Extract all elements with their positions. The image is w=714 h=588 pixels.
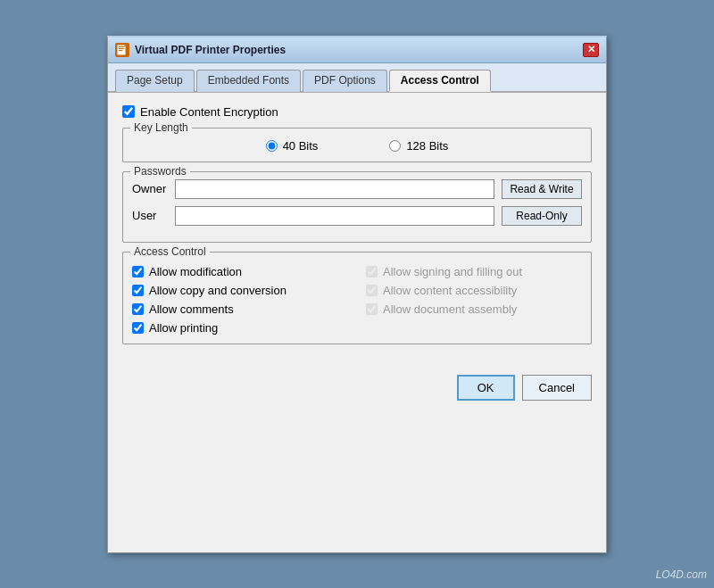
allow-signing-checkbox[interactable] bbox=[366, 266, 378, 277]
tab-pdf-options[interactable]: PDF Options bbox=[303, 70, 387, 92]
watermark: LO4D.com bbox=[656, 568, 707, 581]
allow-copy-checkbox[interactable] bbox=[132, 285, 144, 296]
ok-button[interactable]: OK bbox=[457, 375, 515, 401]
allow-accessibility-row: Allow content accessibility bbox=[366, 284, 582, 297]
allow-accessibility-checkbox[interactable] bbox=[366, 285, 378, 296]
radio-40bits: 40 Bits bbox=[266, 139, 319, 153]
tab-content: Enable Content Encryption Key Length 40 … bbox=[108, 93, 606, 366]
allow-signing-label: Allow signing and filling out bbox=[383, 265, 522, 278]
allow-signing-row: Allow signing and filling out bbox=[366, 265, 582, 278]
key-length-group: Key Length 40 Bits 128 Bits bbox=[122, 128, 592, 162]
allow-printing-row: Allow printing bbox=[132, 321, 348, 335]
close-button[interactable]: ✕ bbox=[583, 43, 599, 57]
dialog-title: Virtual PDF Printer Properties bbox=[135, 44, 286, 56]
svg-rect-3 bbox=[119, 50, 122, 51]
owner-label: Owner bbox=[132, 182, 168, 195]
read-write-button[interactable]: Read & Write bbox=[502, 179, 582, 199]
allow-printing-checkbox[interactable] bbox=[132, 322, 144, 334]
radio-40bits-input[interactable] bbox=[266, 140, 278, 152]
allow-modification-row: Allow modification bbox=[132, 265, 348, 278]
dialog-window: Virtual PDF Printer Properties ✕ Page Se… bbox=[107, 36, 607, 553]
allow-copy-label: Allow copy and conversion bbox=[149, 284, 286, 297]
allow-accessibility-label: Allow content accessibility bbox=[383, 284, 517, 297]
title-bar: Virtual PDF Printer Properties ✕ bbox=[108, 37, 606, 63]
passwords-group: Passwords Owner Read & Write User Read-O… bbox=[122, 171, 592, 243]
svg-rect-1 bbox=[119, 46, 124, 47]
owner-row: Owner Read & Write bbox=[132, 179, 582, 199]
radio-40bits-label: 40 Bits bbox=[283, 139, 319, 153]
radio-128bits: 128 Bits bbox=[389, 139, 448, 153]
allow-assembly-row: Allow document assembly bbox=[366, 302, 582, 316]
allow-modification-checkbox[interactable] bbox=[132, 266, 144, 277]
svg-rect-2 bbox=[119, 48, 124, 49]
allow-assembly-checkbox[interactable] bbox=[366, 303, 378, 315]
key-length-group-label: Key Length bbox=[130, 121, 192, 134]
radio-128bits-input[interactable] bbox=[389, 140, 401, 152]
encryption-row: Enable Content Encryption bbox=[122, 105, 592, 119]
allow-comments-checkbox[interactable] bbox=[132, 303, 144, 315]
read-only-button[interactable]: Read-Only bbox=[502, 206, 582, 226]
access-control-group-label: Access Control bbox=[130, 245, 210, 258]
access-options-grid: Allow modification Allow signing and fil… bbox=[132, 265, 582, 335]
passwords-group-label: Passwords bbox=[130, 165, 190, 178]
dialog-footer: OK Cancel bbox=[108, 366, 606, 413]
allow-assembly-label: Allow document assembly bbox=[383, 302, 517, 316]
enable-encryption-checkbox[interactable] bbox=[122, 105, 135, 118]
tab-access-control[interactable]: Access Control bbox=[389, 70, 491, 92]
user-input[interactable] bbox=[175, 206, 494, 226]
key-length-options: 40 Bits 128 Bits bbox=[132, 139, 582, 153]
allow-modification-label: Allow modification bbox=[149, 265, 242, 278]
app-icon bbox=[115, 43, 129, 57]
allow-comments-label: Allow comments bbox=[149, 302, 234, 316]
owner-input[interactable] bbox=[175, 179, 494, 199]
tab-page-setup[interactable]: Page Setup bbox=[115, 70, 195, 92]
tabs-bar: Page Setup Embedded Fonts PDF Options Ac… bbox=[108, 63, 606, 93]
user-row: User Read-Only bbox=[132, 206, 582, 226]
encryption-label: Enable Content Encryption bbox=[140, 105, 278, 119]
cancel-button[interactable]: Cancel bbox=[522, 375, 592, 401]
tab-embedded-fonts[interactable]: Embedded Fonts bbox=[196, 70, 301, 92]
access-control-group: Access Control Allow modification Allow … bbox=[122, 252, 592, 344]
allow-comments-row: Allow comments bbox=[132, 302, 348, 316]
radio-128bits-label: 128 Bits bbox=[406, 139, 448, 153]
user-label: User bbox=[132, 209, 168, 222]
allow-copy-row: Allow copy and conversion bbox=[132, 284, 348, 297]
allow-printing-label: Allow printing bbox=[149, 321, 218, 335]
